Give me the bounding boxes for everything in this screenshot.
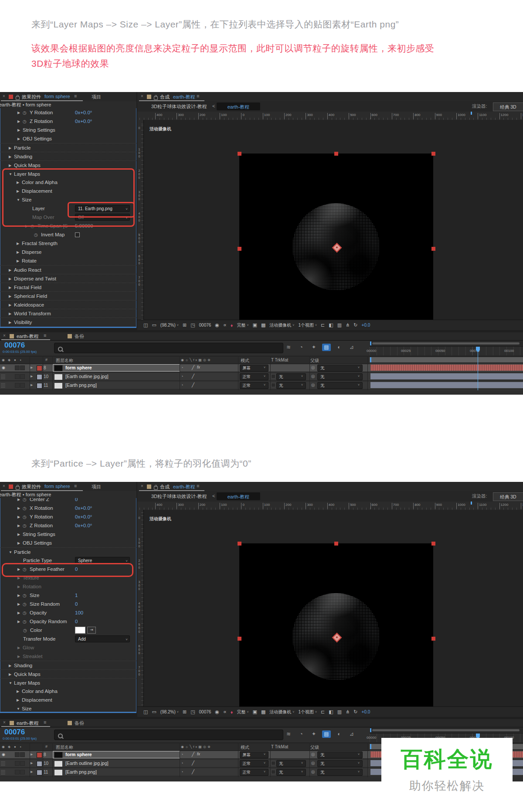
snapshot-camera-icon[interactable]: ◉ bbox=[215, 709, 219, 715]
chevron-right-icon[interactable]: ▶ bbox=[17, 698, 22, 702]
grid-guides-icon[interactable]: ⊞ bbox=[183, 322, 187, 328]
tab-project[interactable]: 项目 bbox=[92, 484, 101, 490]
tab-composition-name[interactable]: earth-教程 bbox=[173, 484, 195, 490]
chevron-right-icon[interactable]: ▶ bbox=[17, 611, 23, 615]
chevron-right-icon[interactable]: ▶ bbox=[31, 761, 33, 765]
chevron-right-icon[interactable]: ▶ bbox=[9, 155, 14, 159]
preserve-transparency-checkbox[interactable] bbox=[271, 374, 275, 379]
channel-link-icon[interactable]: ∝ bbox=[223, 322, 227, 328]
effect-property-invert-map[interactable]: ◷Invert Map bbox=[0, 230, 136, 239]
column-trkmat[interactable]: T TrkMat bbox=[271, 744, 288, 749]
effect-property-opacity-random[interactable]: ▶◷Opacity Random0 bbox=[0, 617, 136, 626]
effect-property-glow[interactable]: ▶Glow bbox=[0, 643, 136, 652]
collapse-switch-icon[interactable]: ◔ bbox=[181, 752, 183, 757]
refresh-icon[interactable]: ↻ bbox=[353, 322, 357, 328]
target-region-icon[interactable]: ▣ bbox=[253, 322, 257, 328]
chevron-right-icon[interactable]: ▶ bbox=[17, 585, 23, 589]
tab-composition[interactable]: 合成 bbox=[160, 484, 170, 490]
search-input[interactable] bbox=[54, 730, 283, 740]
property-value[interactable]: 0x+0.0° bbox=[75, 505, 92, 511]
quality-switch-icon[interactable]: ╱ bbox=[192, 374, 194, 379]
layer-label-swatch[interactable] bbox=[37, 374, 42, 380]
property-dropdown[interactable]: Sphere˅ bbox=[75, 557, 130, 564]
grid-guides-icon[interactable]: ⊞ bbox=[183, 322, 187, 328]
effect-property-string-settings[interactable]: ▶String Settings bbox=[0, 126, 136, 134]
pickwhip-icon[interactable]: ◎ bbox=[311, 761, 315, 765]
effect-property-shading[interactable]: ▶Shading bbox=[0, 661, 136, 670]
view-layout-dropdown[interactable]: 1个视图˅ bbox=[298, 709, 317, 715]
column-parent[interactable]: 父级 bbox=[310, 744, 319, 751]
frame-blending-icon[interactable]: ▤ bbox=[322, 344, 331, 351]
property-value[interactable]: 0x+0.0° bbox=[75, 110, 92, 115]
stopwatch-icon[interactable]: ◷ bbox=[23, 119, 30, 124]
blend-mode-dropdown[interactable]: 正常˅ bbox=[240, 769, 268, 776]
layer-toggle-cell[interactable] bbox=[15, 365, 20, 370]
breadcrumb-active[interactable]: earth-教程 bbox=[217, 492, 260, 500]
active-camera-dropdown[interactable]: 活动摄像机˅ bbox=[269, 709, 294, 715]
property-value[interactable]: 0 bbox=[75, 619, 78, 624]
fx-switch[interactable]: fx bbox=[197, 365, 200, 369]
tab-timeline-earth[interactable]: earth-教程 bbox=[17, 333, 39, 340]
panel-menu-icon[interactable]: ≡ bbox=[197, 483, 199, 488]
chevron-right-icon[interactable]: ▶ bbox=[9, 268, 14, 272]
snapshot-icon[interactable]: ◫ bbox=[143, 709, 148, 715]
stopwatch-icon[interactable]: ◷ bbox=[31, 224, 37, 229]
timeline-scrollbar[interactable] bbox=[372, 729, 520, 731]
effect-property-obj-settings[interactable]: ▶OBJ Settings bbox=[0, 134, 136, 143]
property-value[interactable]: 100 bbox=[75, 610, 83, 615]
chevron-down-icon[interactable]: ▼ bbox=[9, 550, 14, 554]
property-value[interactable]: 5.00000 bbox=[75, 223, 93, 229]
flowchart-icon[interactable]: ⋔ bbox=[346, 322, 350, 328]
composition-flowchart-icon[interactable]: ≋ bbox=[284, 344, 293, 351]
channel-link-icon[interactable]: ∝ bbox=[223, 322, 227, 328]
target-region-icon[interactable]: ▣ bbox=[253, 322, 257, 328]
monitor-icon[interactable]: ▭ bbox=[152, 709, 156, 715]
close-icon[interactable]: × bbox=[141, 484, 143, 488]
composition-flowchart-icon[interactable]: ≋ bbox=[284, 730, 293, 738]
close-icon[interactable]: × bbox=[3, 94, 5, 99]
chevron-right-icon[interactable]: ▶ bbox=[17, 515, 23, 519]
layer-row[interactable]: ▶10[Earth outline jpg.jpg]◔╱正常˅无˅◎无˅ bbox=[0, 373, 523, 381]
blend-mode-dropdown[interactable]: 屏幕˅ bbox=[240, 751, 268, 758]
resolution-dropdown[interactable]: 完整˅ bbox=[237, 322, 248, 328]
chevron-right-icon[interactable]: ▶ bbox=[17, 250, 22, 254]
layer-label-swatch[interactable] bbox=[37, 770, 42, 775]
layer-label-swatch[interactable] bbox=[37, 383, 42, 389]
chevron-right-icon[interactable]: ▶ bbox=[17, 532, 23, 536]
chevron-right-icon[interactable]: ▶ bbox=[9, 312, 14, 316]
chevron-right-icon[interactable]: ▶ bbox=[17, 646, 23, 650]
tab-effect-controls[interactable]: 效果控件 bbox=[22, 94, 41, 100]
effect-property-color-and-alpha[interactable]: ▶Color and Alpha bbox=[0, 687, 136, 696]
graph-editor-icon[interactable]: ⊿ bbox=[347, 344, 356, 351]
renderer-button[interactable]: 经典 3D bbox=[493, 492, 523, 501]
tab-effect-controls[interactable]: 效果控件 bbox=[22, 484, 41, 490]
collapse-switch-icon[interactable]: ◔ bbox=[181, 374, 183, 379]
effect-property-map-over[interactable]: Map OverOff˅ bbox=[0, 213, 136, 222]
layer-row[interactable]: ▶11[Earth png.png]◔╱正常˅无˅◎无˅ bbox=[0, 382, 523, 389]
layer-name[interactable]: form sphere bbox=[65, 365, 92, 370]
selection-handle[interactable] bbox=[238, 542, 241, 546]
eyedropper-icon[interactable]: ⇥ bbox=[87, 627, 96, 634]
property-dropdown[interactable]: Off˅ bbox=[75, 214, 130, 221]
property-dropdown[interactable]: 11. Earth png.png˅ bbox=[75, 205, 130, 212]
chevron-right-icon[interactable]: ▶ bbox=[17, 524, 23, 528]
stopwatch-icon[interactable]: ◷ bbox=[23, 110, 30, 115]
chevron-right-icon[interactable]: ▶ bbox=[17, 181, 22, 184]
target-region-icon[interactable]: ▣ bbox=[253, 709, 257, 715]
layer-name[interactable]: [Earth outline jpg.jpg] bbox=[65, 374, 109, 379]
pickwhip-icon[interactable]: ◎ bbox=[311, 365, 315, 370]
breadcrumb-parent[interactable]: 3D粒子球体动效设计-教程 bbox=[151, 493, 207, 500]
close-icon[interactable]: × bbox=[3, 333, 6, 338]
chevron-right-icon[interactable]: ▶ bbox=[17, 567, 23, 571]
chevron-right-icon[interactable]: ▶ bbox=[17, 111, 23, 115]
layer-toggle-cell[interactable] bbox=[15, 752, 20, 757]
color-swatch[interactable] bbox=[75, 627, 85, 634]
hide-shy-icon[interactable]: ✦ bbox=[309, 344, 318, 351]
effect-property-string-settings[interactable]: ▶String Settings bbox=[0, 530, 136, 539]
effect-property-opacity[interactable]: ▶◷Opacity100 bbox=[0, 608, 136, 617]
flowchart-icon[interactable]: ⋔ bbox=[346, 709, 350, 715]
effect-property-x-rotation[interactable]: ▶◷X Rotation0x+0.0° bbox=[0, 504, 136, 512]
channel-link-icon[interactable]: ∝ bbox=[223, 709, 227, 715]
magnification-dropdown[interactable]: (98.2%)˅ bbox=[160, 323, 179, 328]
tab-timeline-backup[interactable]: 备份 bbox=[75, 720, 84, 727]
